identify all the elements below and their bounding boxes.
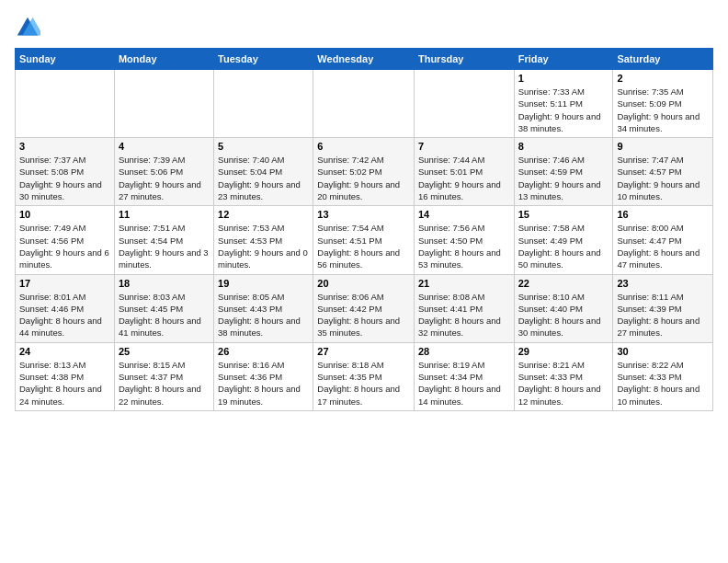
day-cell-3-4: 13Sunrise: 7:54 AM Sunset: 4:51 PM Dayli… (313, 206, 415, 274)
day-number: 25 (119, 346, 210, 357)
day-number: 6 (317, 141, 410, 152)
header-tuesday: Tuesday (214, 49, 313, 70)
day-number: 12 (218, 209, 309, 220)
day-cell-1-5 (414, 70, 514, 138)
day-info: Sunrise: 7:37 AM Sunset: 5:08 PM Dayligh… (19, 154, 110, 202)
header-wednesday: Wednesday (313, 49, 415, 70)
day-number: 27 (317, 346, 410, 357)
day-number: 29 (518, 346, 609, 357)
day-number: 9 (617, 141, 709, 152)
day-info: Sunrise: 7:35 AM Sunset: 5:09 PM Dayligh… (617, 86, 709, 134)
day-cell-4-7: 23Sunrise: 8:11 AM Sunset: 4:39 PM Dayli… (613, 274, 713, 342)
week-row-4: 17Sunrise: 8:01 AM Sunset: 4:46 PM Dayli… (16, 274, 713, 342)
header-monday: Monday (114, 49, 213, 70)
day-info: Sunrise: 7:46 AM Sunset: 4:59 PM Dayligh… (518, 154, 609, 202)
day-info: Sunrise: 7:47 AM Sunset: 4:57 PM Dayligh… (617, 154, 709, 202)
day-info: Sunrise: 8:01 AM Sunset: 4:46 PM Dayligh… (19, 291, 110, 339)
day-number: 1 (518, 73, 609, 84)
day-number: 10 (19, 209, 110, 220)
header-thursday: Thursday (414, 49, 514, 70)
day-number: 17 (19, 278, 110, 289)
day-number: 18 (119, 278, 210, 289)
day-cell-5-7: 30Sunrise: 8:22 AM Sunset: 4:33 PM Dayli… (613, 342, 713, 410)
day-info: Sunrise: 7:33 AM Sunset: 5:11 PM Dayligh… (518, 86, 609, 134)
day-cell-1-7: 2Sunrise: 7:35 AM Sunset: 5:09 PM Daylig… (613, 70, 713, 138)
day-number: 4 (119, 141, 210, 152)
day-number: 15 (518, 209, 609, 220)
day-cell-5-1: 24Sunrise: 8:13 AM Sunset: 4:38 PM Dayli… (16, 342, 115, 410)
day-cell-2-7: 9Sunrise: 7:47 AM Sunset: 4:57 PM Daylig… (613, 138, 713, 206)
day-number: 16 (617, 209, 709, 220)
day-info: Sunrise: 8:03 AM Sunset: 4:45 PM Dayligh… (119, 291, 210, 339)
logo-icon (15, 15, 40, 40)
day-cell-2-1: 3Sunrise: 7:37 AM Sunset: 5:08 PM Daylig… (16, 138, 115, 206)
day-number: 20 (317, 278, 410, 289)
day-info: Sunrise: 8:16 AM Sunset: 4:36 PM Dayligh… (218, 359, 309, 408)
day-cell-4-6: 22Sunrise: 8:10 AM Sunset: 4:40 PM Dayli… (514, 274, 613, 342)
day-number: 30 (617, 346, 709, 357)
day-number: 5 (218, 141, 309, 152)
day-info: Sunrise: 8:15 AM Sunset: 4:37 PM Dayligh… (119, 359, 210, 408)
day-number: 13 (317, 209, 410, 220)
day-info: Sunrise: 7:39 AM Sunset: 5:06 PM Dayligh… (119, 154, 210, 202)
day-cell-1-1 (16, 70, 115, 138)
day-number: 28 (418, 346, 510, 357)
day-number: 22 (518, 278, 609, 289)
header-friday: Friday (514, 49, 613, 70)
day-info: Sunrise: 8:11 AM Sunset: 4:39 PM Dayligh… (617, 291, 709, 339)
day-cell-5-3: 26Sunrise: 8:16 AM Sunset: 4:36 PM Dayli… (214, 342, 313, 410)
day-cell-5-4: 27Sunrise: 8:18 AM Sunset: 4:35 PM Dayli… (313, 342, 415, 410)
day-cell-3-2: 11Sunrise: 7:51 AM Sunset: 4:54 PM Dayli… (114, 206, 213, 274)
day-info: Sunrise: 8:22 AM Sunset: 4:33 PM Dayligh… (617, 359, 709, 408)
day-cell-1-2 (114, 70, 213, 138)
day-number: 19 (218, 278, 309, 289)
day-info: Sunrise: 7:58 AM Sunset: 4:49 PM Dayligh… (518, 222, 609, 270)
day-info: Sunrise: 8:06 AM Sunset: 4:42 PM Dayligh… (317, 291, 410, 339)
day-number: 11 (119, 209, 210, 220)
week-row-3: 10Sunrise: 7:49 AM Sunset: 4:56 PM Dayli… (16, 206, 713, 274)
day-number: 8 (518, 141, 609, 152)
day-cell-4-4: 20Sunrise: 8:06 AM Sunset: 4:42 PM Dayli… (313, 274, 415, 342)
day-cell-4-2: 18Sunrise: 8:03 AM Sunset: 4:45 PM Dayli… (114, 274, 213, 342)
day-number: 14 (418, 209, 510, 220)
day-cell-3-6: 15Sunrise: 7:58 AM Sunset: 4:49 PM Dayli… (514, 206, 613, 274)
day-info: Sunrise: 8:13 AM Sunset: 4:38 PM Dayligh… (19, 359, 110, 408)
day-cell-5-2: 25Sunrise: 8:15 AM Sunset: 4:37 PM Dayli… (114, 342, 213, 410)
day-cell-4-3: 19Sunrise: 8:05 AM Sunset: 4:43 PM Dayli… (214, 274, 313, 342)
day-cell-1-4 (313, 70, 415, 138)
header-sunday: Sunday (16, 49, 115, 70)
day-cell-4-1: 17Sunrise: 8:01 AM Sunset: 4:46 PM Dayli… (16, 274, 115, 342)
day-info: Sunrise: 7:53 AM Sunset: 4:53 PM Dayligh… (218, 222, 309, 270)
day-cell-1-3 (214, 70, 313, 138)
day-number: 3 (19, 141, 110, 152)
day-cell-2-6: 8Sunrise: 7:46 AM Sunset: 4:59 PM Daylig… (514, 138, 613, 206)
day-cell-2-5: 7Sunrise: 7:44 AM Sunset: 5:01 PM Daylig… (414, 138, 514, 206)
day-cell-2-4: 6Sunrise: 7:42 AM Sunset: 5:02 PM Daylig… (313, 138, 415, 206)
day-info: Sunrise: 7:44 AM Sunset: 5:01 PM Dayligh… (418, 154, 510, 202)
day-info: Sunrise: 7:42 AM Sunset: 5:02 PM Dayligh… (317, 154, 410, 202)
week-row-5: 24Sunrise: 8:13 AM Sunset: 4:38 PM Dayli… (16, 342, 713, 410)
day-number: 21 (418, 278, 510, 289)
day-info: Sunrise: 7:40 AM Sunset: 5:04 PM Dayligh… (218, 154, 309, 202)
week-row-2: 3Sunrise: 7:37 AM Sunset: 5:08 PM Daylig… (16, 138, 713, 206)
week-row-1: 1Sunrise: 7:33 AM Sunset: 5:11 PM Daylig… (16, 70, 713, 138)
day-cell-4-5: 21Sunrise: 8:08 AM Sunset: 4:41 PM Dayli… (414, 274, 514, 342)
day-info: Sunrise: 7:54 AM Sunset: 4:51 PM Dayligh… (317, 222, 410, 270)
calendar-table: SundayMondayTuesdayWednesdayThursdayFrid… (15, 48, 713, 411)
day-info: Sunrise: 8:00 AM Sunset: 4:47 PM Dayligh… (617, 222, 709, 270)
day-info: Sunrise: 8:19 AM Sunset: 4:34 PM Dayligh… (418, 359, 510, 408)
day-cell-3-7: 16Sunrise: 8:00 AM Sunset: 4:47 PM Dayli… (613, 206, 713, 274)
day-cell-2-3: 5Sunrise: 7:40 AM Sunset: 5:04 PM Daylig… (214, 138, 313, 206)
day-cell-1-6: 1Sunrise: 7:33 AM Sunset: 5:11 PM Daylig… (514, 70, 613, 138)
day-info: Sunrise: 7:51 AM Sunset: 4:54 PM Dayligh… (119, 222, 210, 270)
header-saturday: Saturday (613, 49, 713, 70)
logo (15, 15, 44, 40)
page-header (15, 15, 713, 40)
day-cell-5-5: 28Sunrise: 8:19 AM Sunset: 4:34 PM Dayli… (414, 342, 514, 410)
day-number: 7 (418, 141, 510, 152)
day-info: Sunrise: 8:21 AM Sunset: 4:33 PM Dayligh… (518, 359, 609, 408)
day-info: Sunrise: 8:08 AM Sunset: 4:41 PM Dayligh… (418, 291, 510, 339)
day-info: Sunrise: 8:05 AM Sunset: 4:43 PM Dayligh… (218, 291, 309, 339)
day-cell-2-2: 4Sunrise: 7:39 AM Sunset: 5:06 PM Daylig… (114, 138, 213, 206)
day-number: 24 (19, 346, 110, 357)
